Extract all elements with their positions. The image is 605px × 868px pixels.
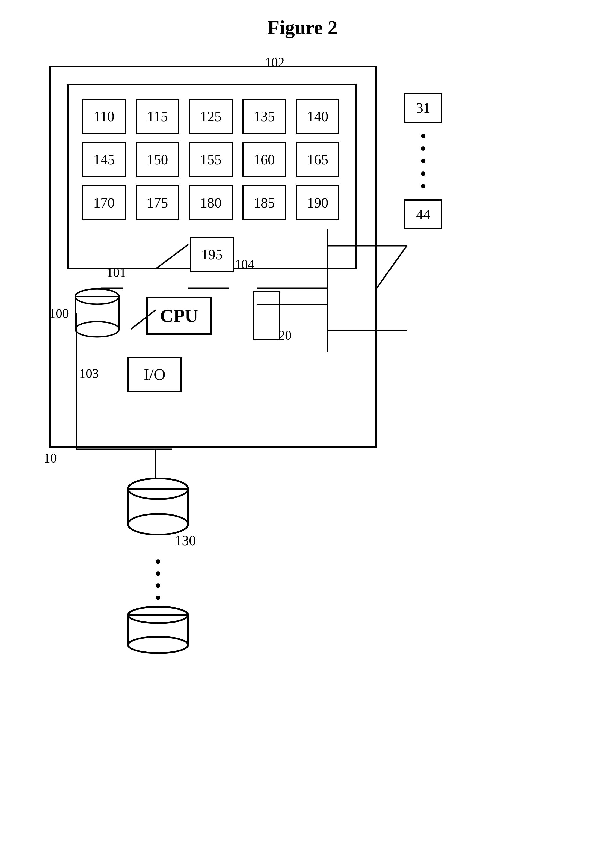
- memory-cell-165: 165: [296, 142, 339, 177]
- dots-31-44: [421, 123, 425, 199]
- memory-cell-110: 110: [82, 99, 126, 134]
- label-20: 20: [278, 328, 292, 343]
- box-44: 44: [404, 199, 442, 229]
- dot-b4: [156, 595, 160, 600]
- label-10: 10: [44, 451, 57, 465]
- memory-cell-170: 170: [82, 185, 126, 220]
- memory-cell-150: 150: [136, 142, 179, 177]
- label-102: 102: [265, 54, 284, 70]
- cylinder-bottom: [123, 605, 194, 654]
- label-130: 130: [175, 532, 196, 549]
- cpu-box: CPU: [146, 296, 212, 335]
- memory-cell-145: 145: [82, 142, 126, 177]
- dot-b3: [156, 583, 160, 588]
- dot2: [421, 146, 425, 151]
- memory-cell-160: 160: [242, 142, 286, 177]
- right-side-boxes: 31 44: [404, 93, 442, 229]
- dots-between-cylinders: [156, 554, 160, 605]
- svg-line-24: [377, 246, 407, 288]
- memory-cell-175: 175: [136, 185, 179, 220]
- dot-b1: [156, 560, 160, 564]
- page-title: Figure 2: [0, 0, 605, 39]
- svg-point-2: [75, 322, 119, 337]
- dot-b2: [156, 572, 160, 576]
- label-101: 101: [107, 265, 126, 280]
- disk-100: [73, 285, 122, 341]
- memory-cell-140: 140: [296, 99, 339, 134]
- cylinder-130: [123, 475, 194, 535]
- dot4: [421, 172, 425, 176]
- memory-cell-185: 185: [242, 185, 286, 220]
- label-100: 100: [49, 306, 69, 321]
- svg-point-10: [128, 637, 188, 653]
- memory-cell-180: 180: [189, 185, 233, 220]
- main-computer-box: 110 115 125 135 140 145 150 155 160 165 …: [49, 65, 377, 448]
- memory-cell-125: 125: [189, 99, 233, 134]
- svg-point-6: [128, 514, 188, 535]
- memory-cell-190: 190: [296, 185, 339, 220]
- network-interface-box: [253, 291, 280, 340]
- memory-cell-195: 195: [190, 237, 234, 272]
- memory-cell-135: 135: [242, 99, 286, 134]
- label-104: 104: [235, 257, 254, 272]
- io-box: I/O: [127, 356, 182, 392]
- memory-cell-115: 115: [136, 99, 179, 134]
- memory-array-box: 110 115 125 135 140 145 150 155 160 165 …: [67, 84, 357, 269]
- bottom-db-stack: 130: [120, 475, 196, 654]
- dot5: [421, 184, 425, 188]
- box-31: 31: [404, 93, 442, 123]
- label-103: 103: [79, 366, 99, 381]
- diagram-container: 110 115 125 135 140 145 150 155 160 165 …: [27, 38, 578, 841]
- memory-cell-155: 155: [189, 142, 233, 177]
- memory-grid: 110 115 125 135 140 145 150 155 160 165 …: [68, 85, 355, 234]
- dot1: [421, 134, 425, 138]
- dot3: [421, 159, 425, 163]
